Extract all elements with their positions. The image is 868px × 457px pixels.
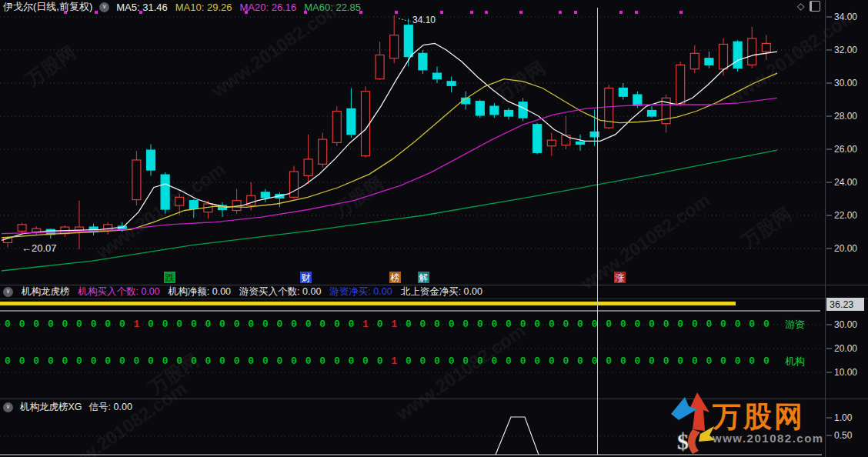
signal-digit: 0 <box>176 319 182 330</box>
signal-digit: 0 <box>262 319 269 330</box>
lhb-field: 北上资金净买: 0.00 <box>401 285 482 299</box>
signal-digit: 0 <box>62 319 68 330</box>
stock-app-window: 万股网 www.201082.com 万股网 www.201082.com ww… <box>0 0 868 457</box>
panel4-axis-label: 0.50 <box>834 430 853 441</box>
signal-digit: 0 <box>592 355 598 367</box>
signal-digit: 0 <box>620 355 626 367</box>
signal-digit: 0 <box>563 355 569 367</box>
signal-digit: 0 <box>234 355 240 367</box>
signal-digit: 0 <box>234 319 240 330</box>
signal-digit: 0 <box>377 355 383 367</box>
signal-digit: 0 <box>162 355 169 367</box>
lhb-field: 游资净买: 0.00 <box>329 285 392 299</box>
signal-digit: 0 <box>348 319 354 330</box>
signal-digit: 0 <box>148 355 154 367</box>
signal-digit: 0 <box>248 319 254 330</box>
xg-signal-value: 信号: 0.00 <box>89 401 132 414</box>
signal-digit: 0 <box>506 355 512 367</box>
svg-text:$: $ <box>677 429 689 454</box>
logo-name: 万股网 <box>713 402 824 431</box>
signal-digit: 0 <box>319 355 326 367</box>
signal-digit: 0 <box>191 355 197 367</box>
signal-digit: 0 <box>706 355 712 367</box>
lhb-field: 机构买入个数: 0.00 <box>78 285 160 299</box>
signal-digit: 0 <box>105 355 111 367</box>
panel3-axis-label: 10.00 <box>834 367 857 378</box>
chevron-down-icon[interactable]: ∨ <box>3 287 13 297</box>
signal-digit: 0 <box>162 319 169 330</box>
chart-corner-tools: ◇ <box>797 1 820 12</box>
row-label: 游资 <box>785 319 805 330</box>
signal-digit: 0 <box>91 319 97 330</box>
signal-digit: 0 <box>735 319 741 330</box>
symbol-title: 伊戈尔(日线,前复权) <box>3 0 92 14</box>
signal-digit: 0 <box>133 355 139 367</box>
main-axis-label: 20.00 <box>834 243 857 254</box>
signal-digit: 0 <box>119 319 125 330</box>
panel3-axis-label: 30.00 <box>834 319 857 330</box>
signal-digit: 0 <box>434 319 440 330</box>
site-logo[interactable]: $ 万股网 www.201082.com <box>669 391 824 455</box>
signal-digit: 0 <box>477 355 483 367</box>
signal-digit: 0 <box>33 319 39 330</box>
event-badge[interactable]: 解 <box>419 272 429 283</box>
signal-digit: 0 <box>291 319 297 330</box>
signal-digit: 0 <box>677 355 683 367</box>
signal-digit: 0 <box>205 319 211 330</box>
signal-digit: 0 <box>534 355 540 367</box>
main-axis-label: 24.00 <box>834 177 857 188</box>
lhb-field: 机构净额: 0.00 <box>169 285 231 299</box>
signal-digit: 0 <box>520 319 526 330</box>
main-axis-label: 22.00 <box>834 210 857 221</box>
event-badge[interactable]: 榜 <box>390 272 400 283</box>
signal-digit: 0 <box>649 355 655 367</box>
signal-digit: 0 <box>577 319 583 330</box>
low-price-annotation: ←20.07 <box>22 242 57 254</box>
signal-digit: 0 <box>462 319 469 330</box>
signal-digit: 0 <box>406 319 412 330</box>
signal-digit: 0 <box>692 355 698 367</box>
xg-panel-title: 机构龙虎榜XG <box>20 401 82 414</box>
main-axis-label: 30.00 <box>834 78 857 88</box>
signal-digit: 0 <box>334 355 340 367</box>
event-badge[interactable]: 涨 <box>615 272 625 283</box>
signal-digit: 0 <box>592 319 598 330</box>
event-badge[interactable]: 跌 <box>165 272 175 283</box>
xg-panel-header: ∨ 机构龙虎榜XG 信号: 0.00 <box>3 401 132 413</box>
chevron-down-icon[interactable]: ∨ <box>99 2 109 12</box>
signal-digit: 0 <box>148 319 154 330</box>
signal-digit: 0 <box>449 355 455 367</box>
signal-digit: 0 <box>19 355 25 367</box>
signal-digit: 0 <box>5 355 11 367</box>
chevron-down-icon[interactable]: ∨ <box>3 402 13 412</box>
signal-digit: 0 <box>248 355 254 367</box>
signal-digit: 0 <box>205 355 211 367</box>
signal-digit: 0 <box>291 355 297 367</box>
event-badge[interactable]: 财 <box>302 272 311 283</box>
diamond-icon[interactable]: ◇ <box>797 1 804 12</box>
panel3-axis-label: 20.00 <box>834 343 857 354</box>
signal-digit: 0 <box>606 319 612 330</box>
page-icon[interactable] <box>810 1 820 12</box>
signal-digit: 0 <box>534 319 540 330</box>
signal-digit: 0 <box>76 319 82 330</box>
chart-canvas[interactable]: 34.0032.0030.0028.0026.0024.0022.0020.00… <box>0 0 868 457</box>
signal-digit: 0 <box>491 355 497 367</box>
row-label: 机构 <box>785 355 805 367</box>
main-axis-label: 28.00 <box>834 111 857 122</box>
signal-digit: 0 <box>419 355 426 367</box>
signal-digit: 0 <box>763 319 770 330</box>
main-chart-header: 伊戈尔(日线,前复权) ∨ MA5: 31.46MA10: 29.26MA20:… <box>3 1 369 13</box>
signal-digit: 0 <box>577 355 583 367</box>
signal-digit: 0 <box>419 319 426 330</box>
signal-digit: 0 <box>449 319 455 330</box>
signal-digit: 0 <box>262 355 269 367</box>
signal-digit: 0 <box>649 319 655 330</box>
signal-digit: 0 <box>48 319 54 330</box>
signal-digit: 0 <box>276 319 282 330</box>
signal-digit: 0 <box>305 319 312 330</box>
ma-value: MA20: 26.16 <box>240 2 297 13</box>
ma-values: MA5: 31.46MA10: 29.26MA20: 26.16MA60: 22… <box>116 2 369 13</box>
lhb-panel-title: 机构龙虎榜 <box>22 285 70 299</box>
signal-digit: 0 <box>19 319 25 330</box>
